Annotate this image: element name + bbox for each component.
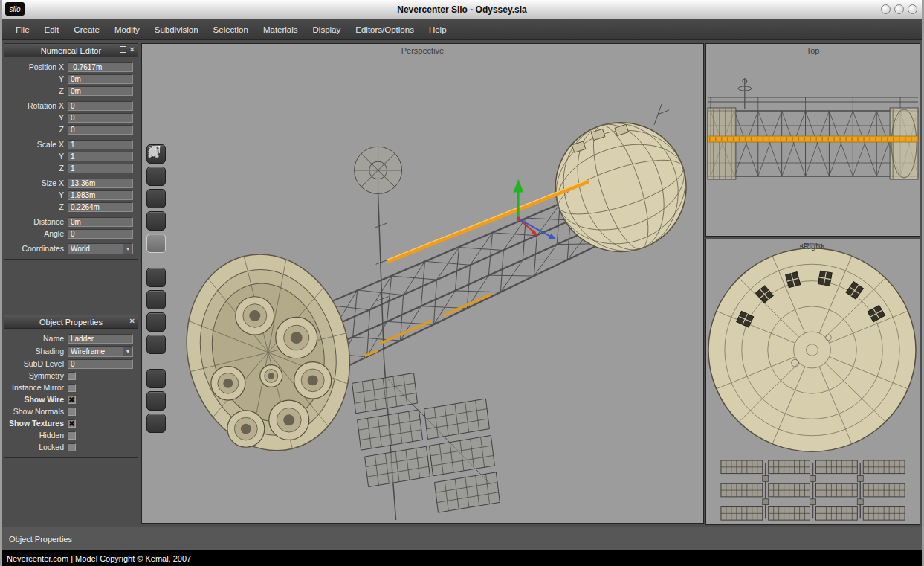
menu-help[interactable]: Help xyxy=(421,19,454,40)
locked-checkbox[interactable] xyxy=(68,443,76,451)
menu-edit[interactable]: Edit xyxy=(37,19,67,40)
checkbox-label: Show Textures xyxy=(6,419,64,428)
menu-selection[interactable]: Selection xyxy=(206,19,256,40)
scale-z-input[interactable] xyxy=(68,164,133,173)
field-label: Shading xyxy=(6,347,64,356)
menu-editors-options[interactable]: Editors/Options xyxy=(348,19,421,40)
spacecraft-model xyxy=(167,104,703,520)
menu-bar: File Edit Create Modify Subdivision Sele… xyxy=(2,19,922,40)
chevron-down-icon xyxy=(123,244,132,254)
object-name-input[interactable] xyxy=(68,334,133,344)
checkbox-label: Hidden xyxy=(6,431,64,440)
instance-mirror-checkbox[interactable] xyxy=(68,384,76,392)
chevron-down-icon xyxy=(123,347,132,356)
subd-level-input[interactable] xyxy=(68,359,133,369)
position-z-input[interactable] xyxy=(68,86,133,96)
field-label: Y xyxy=(6,190,64,199)
lasso-select-button[interactable] xyxy=(146,414,166,433)
close-panel-icon[interactable] xyxy=(129,317,135,325)
object-properties-panel: Object Properties Name Shading Wireframe xyxy=(4,315,138,458)
checkbox-label: Show Normals xyxy=(6,407,64,416)
left-panel-column: Numerical Editor Position X Y Z Rotation… xyxy=(3,42,140,525)
size-x-input[interactable] xyxy=(68,179,133,188)
distance-input[interactable] xyxy=(68,217,133,227)
field-label: Rotation X xyxy=(6,101,64,110)
panel-title: Object Properties xyxy=(4,318,138,327)
rotation-z-input[interactable] xyxy=(68,125,133,135)
status-bar: Object Properties xyxy=(2,527,922,550)
field-label: Position X xyxy=(6,62,64,71)
right-viewport[interactable]: Right xyxy=(705,239,920,525)
menu-modify[interactable]: Modify xyxy=(107,19,147,40)
menu-display[interactable]: Display xyxy=(306,19,349,40)
right-view-solar-panels xyxy=(721,460,905,520)
top-view-end-modules xyxy=(708,108,918,179)
status-text: Object Properties xyxy=(9,535,72,544)
menu-subdivision[interactable]: Subdivision xyxy=(147,19,206,40)
field-label: Size X xyxy=(6,179,64,187)
collapse-panel-icon[interactable] xyxy=(120,46,126,53)
app-logo: silo xyxy=(5,2,25,16)
top-canvas[interactable] xyxy=(706,44,920,236)
scale-y-input[interactable] xyxy=(68,152,133,161)
right-viewport-column: Top xyxy=(705,42,921,525)
angle-input[interactable] xyxy=(68,229,133,239)
solar-panels xyxy=(352,373,500,513)
scale-x-input[interactable] xyxy=(68,140,133,149)
field-label: Distance xyxy=(6,217,64,226)
top-viewport[interactable]: Top xyxy=(705,43,920,237)
top-view-antenna xyxy=(738,78,752,109)
numerical-editor-panel: Numerical Editor Position X Y Z Rotation… xyxy=(4,43,138,260)
window-maximize-button[interactable] xyxy=(894,4,904,14)
field-label: Angle xyxy=(6,229,64,238)
symmetry-checkbox[interactable] xyxy=(68,372,76,380)
rotation-y-input[interactable] xyxy=(68,113,133,123)
field-label: Y xyxy=(6,152,64,161)
field-label: Z xyxy=(6,202,64,211)
menu-create[interactable]: Create xyxy=(66,19,107,40)
checkbox-label: Symmetry xyxy=(6,371,64,380)
close-panel-icon[interactable] xyxy=(129,45,135,54)
right-canvas[interactable] xyxy=(706,239,920,524)
field-label: Z xyxy=(6,125,64,134)
viewport-label-perspective: Perspective xyxy=(142,46,703,55)
shading-value: Wireframe xyxy=(71,347,105,356)
truss xyxy=(319,190,604,373)
field-label: Name xyxy=(6,334,64,343)
window-minimize-button[interactable] xyxy=(881,4,891,14)
window-close-button[interactable] xyxy=(908,4,917,14)
numerical-editor-header[interactable]: Numerical Editor xyxy=(4,44,138,57)
shading-dropdown[interactable]: Wireframe xyxy=(68,346,133,357)
checkbox-label: Show Wire xyxy=(6,395,64,404)
show-normals-checkbox[interactable] xyxy=(68,408,76,416)
app-window: silo Nevercenter Silo - Odyssey.sia File… xyxy=(0,0,924,566)
checkbox-label: Instance Mirror xyxy=(6,383,64,392)
size-y-input[interactable] xyxy=(68,190,133,200)
viewport-toolbar xyxy=(146,144,166,433)
collapse-panel-icon[interactable] xyxy=(120,318,126,324)
rotation-x-input[interactable] xyxy=(68,101,133,111)
right-view-sphere xyxy=(708,248,916,452)
menu-materials[interactable]: Materials xyxy=(256,19,306,40)
field-label: Z xyxy=(6,86,64,95)
coordinates-dropdown[interactable]: World xyxy=(68,243,133,254)
position-x-input[interactable] xyxy=(68,62,133,72)
field-label: Scale X xyxy=(6,140,64,149)
title-bar[interactable]: silo Nevercenter Silo - Odyssey.sia xyxy=(2,0,922,19)
show-textures-checkbox[interactable] xyxy=(68,419,76,428)
object-properties-header[interactable]: Object Properties xyxy=(4,315,138,329)
perspective-canvas[interactable] xyxy=(142,44,703,523)
coordinates-value: World xyxy=(71,245,90,253)
lasso-select-icon xyxy=(146,144,166,433)
size-z-input[interactable] xyxy=(68,202,133,212)
show-wire-checkbox[interactable] xyxy=(68,396,76,404)
menu-file[interactable]: File xyxy=(8,19,37,40)
window-title: Nevercenter Silo - Odyssey.sia xyxy=(397,4,527,15)
footer-text: Nevercenter.com | Model Copyright © Kema… xyxy=(7,554,191,563)
perspective-viewport[interactable]: Perspective xyxy=(141,43,704,524)
position-y-input[interactable] xyxy=(68,74,133,84)
top-view-ladder xyxy=(708,136,918,142)
engine-module xyxy=(167,237,371,468)
hidden-checkbox[interactable] xyxy=(68,431,76,440)
field-label: Z xyxy=(6,164,64,173)
